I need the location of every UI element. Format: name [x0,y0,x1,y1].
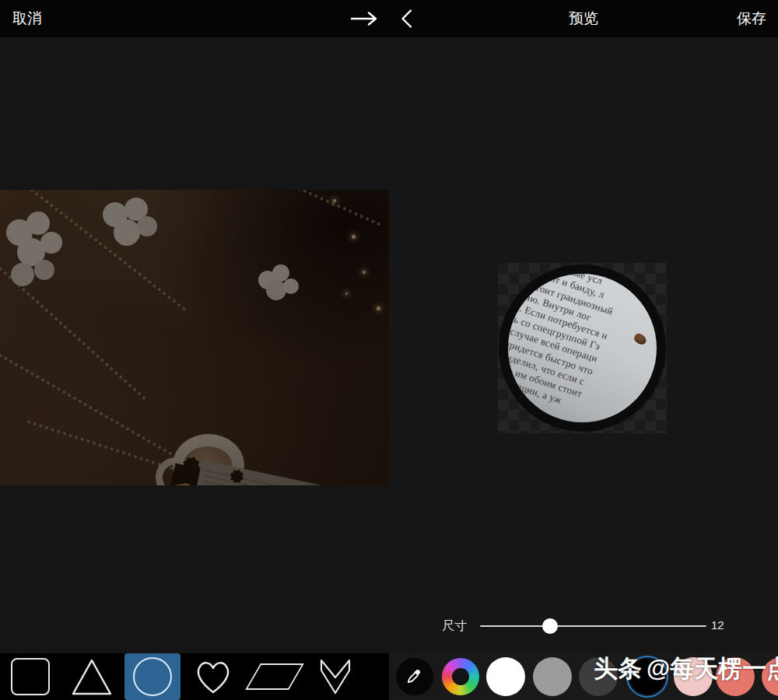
watermark-handle: @每天楞一点 [647,655,778,682]
tool-square[interactable] [0,653,61,700]
next-arrow-icon[interactable] [350,11,378,26]
circle-icon [133,657,172,696]
size-value: 12 [711,618,724,632]
save-button[interactable]: 保存 [737,0,766,37]
parallelogram-icon [245,663,304,690]
swatch-gray[interactable] [533,657,572,696]
eyedropper-button[interactable] [396,658,433,695]
swatch-white[interactable] [486,657,525,696]
watermark-brand: 头条 [594,655,642,682]
size-slider-thumb[interactable] [542,618,558,634]
watermark: 头条@每天楞一点 [594,656,778,682]
shape-toolbar [0,653,389,700]
tool-parallelogram[interactable] [244,653,306,700]
square-icon [11,658,50,695]
triangle-icon [70,656,114,697]
size-label: 尺寸 [442,618,467,635]
edit-top-bar: 取消 [0,0,389,37]
edit-canvas-area: VASCO PROTEIN COOKIE ПРОТЕИНОВОЕ ПЕЧЕНЬЕ… [0,37,389,653]
heart-icon [192,656,234,697]
tool-triangle[interactable] [61,653,123,700]
cropped-image-circle: лонный к насилию успрофессиональные усл … [508,274,657,422]
eyedropper-icon [405,667,424,686]
photo-canvas: VASCO PROTEIN COOKIE ПРОТЕИНОВОЕ ПЕЧЕНЬЕ… [0,190,389,485]
size-slider-track[interactable] [480,625,706,627]
page-title: 预览 [389,0,778,37]
preview-panel: лонный к насилию успрофессиональные усл … [389,37,778,653]
photo-dim-overlay [0,190,389,485]
tool-banner[interactable] [305,653,366,700]
banner-chevron-icon [314,656,356,698]
color-wheel-button[interactable] [442,658,479,695]
photo-editor-app: 取消 预览 保存 [0,0,778,700]
cancel-button[interactable]: 取消 [12,0,42,37]
book-text: лонный к насилию успрофессиональные усл … [508,274,657,422]
tool-diamond-partial[interactable] [366,653,390,700]
cropped-shape-preview: лонный к насилию успрофессиональные усл … [499,264,666,432]
tool-heart[interactable] [183,653,244,700]
tool-circle-selected[interactable] [124,653,180,700]
preview-top-bar: 预览 保存 [389,0,778,37]
